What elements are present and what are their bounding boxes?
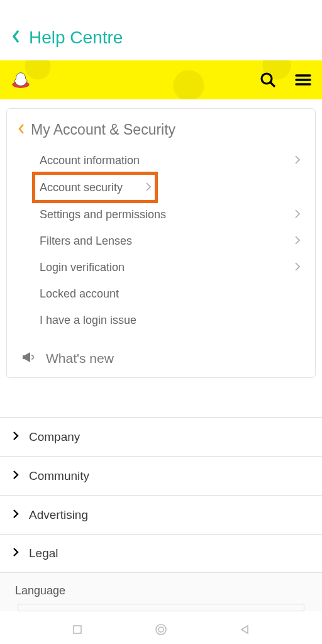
chevron-right-icon (295, 209, 304, 220)
menu-item-filters-and-lenses[interactable]: Filters and Lenses (40, 228, 304, 254)
menu-item-label: I have a login issue (40, 314, 304, 327)
ghost-logo-icon[interactable] (11, 70, 30, 89)
menu-item-label: Locked account (40, 287, 304, 301)
footer-item-label: Company (29, 430, 80, 444)
os-nav-bar (0, 618, 322, 644)
card-title: My Account & Security (31, 121, 175, 138)
menu-item-label: Account information (40, 154, 295, 167)
chevron-right-icon (13, 431, 19, 443)
chevron-right-icon (13, 547, 19, 560)
svg-marker-9 (242, 626, 248, 633)
menu-item-label: Login verification (40, 261, 295, 274)
language-select[interactable] (18, 604, 304, 611)
chevron-right-icon (13, 470, 19, 482)
menu-item-account-security[interactable]: Account security (32, 172, 158, 203)
os-home-icon[interactable] (155, 623, 167, 638)
chevron-right-icon (295, 155, 304, 166)
search-icon[interactable] (259, 71, 277, 89)
nav-header: Help Centre (0, 15, 322, 60)
footer-item-advertising[interactable]: Advertising (0, 495, 322, 534)
chevron-right-icon (13, 509, 19, 521)
footer-nav: CompanyCommunityAdvertisingLegal (0, 417, 322, 573)
menu-list: Account informationAccount securitySetti… (18, 147, 304, 333)
menu-item-settings-and-permissions[interactable]: Settings and permissions (40, 201, 304, 228)
language-section: Language (0, 572, 322, 611)
card-back-icon[interactable] (18, 123, 25, 137)
menu-item-i-have-a-login-issue[interactable]: I have a login issue (40, 307, 304, 333)
svg-point-8 (158, 627, 164, 632)
svg-point-1 (262, 74, 272, 84)
footer-item-label: Community (29, 469, 89, 483)
menu-item-account-information[interactable]: Account information (40, 147, 304, 174)
back-icon[interactable] (11, 29, 20, 47)
menu-item-label: Account security (40, 181, 146, 194)
chevron-right-icon (295, 262, 304, 273)
category-card: My Account & Security Account informatio… (6, 108, 316, 378)
menu-icon[interactable] (294, 71, 312, 89)
os-back-icon[interactable] (240, 625, 250, 637)
menu-item-locked-account[interactable]: Locked account (40, 280, 304, 307)
brand-bar (0, 60, 322, 99)
footer-item-community[interactable]: Community (0, 456, 322, 495)
status-bar (0, 0, 322, 15)
menu-item-label: Filters and Lenses (40, 235, 295, 248)
footer-item-label: Advertising (29, 508, 88, 522)
megaphone-icon (22, 352, 35, 365)
os-recent-icon[interactable] (72, 625, 82, 637)
menu-item-login-verification[interactable]: Login verification (40, 254, 304, 280)
footer-item-label: Legal (29, 547, 58, 560)
svg-rect-6 (74, 626, 81, 633)
chevron-right-icon (146, 182, 155, 193)
footer-item-legal[interactable]: Legal (0, 534, 322, 573)
footer-item-company[interactable]: Company (0, 417, 322, 456)
whats-new-label: What's new (46, 351, 114, 366)
svg-line-2 (270, 82, 275, 87)
menu-item-label: Settings and permissions (40, 208, 295, 221)
card-header[interactable]: My Account & Security (18, 121, 304, 138)
language-label: Language (15, 584, 307, 597)
page-title: Help Centre (29, 28, 123, 48)
whats-new-row[interactable]: What's new (18, 351, 304, 366)
chevron-right-icon (295, 236, 304, 247)
svg-point-7 (156, 625, 166, 635)
